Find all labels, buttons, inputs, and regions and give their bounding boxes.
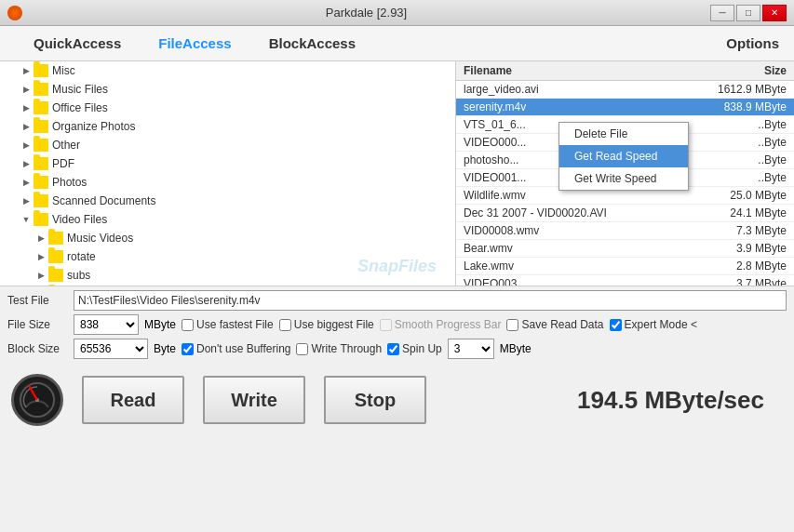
table-row[interactable]: large_video.avi 1612.9 MByte xyxy=(456,81,794,99)
write-through-label[interactable]: Write Through xyxy=(296,342,382,355)
expand-arrow-rotate[interactable]: ▶ xyxy=(34,249,48,264)
tree-item-scanned-documents[interactable]: ▶ Scanned Documents xyxy=(0,192,455,210)
tree-label-rotate: rotate xyxy=(67,250,96,263)
expand-arrow-music-videos[interactable]: ▶ xyxy=(34,231,48,246)
block-size-row: Block Size 65536 Byte Don't use Bufferin… xyxy=(7,339,787,359)
svg-point-2 xyxy=(35,398,39,402)
expert-mode-checkbox[interactable] xyxy=(610,319,622,331)
read-button[interactable]: Read xyxy=(82,376,184,424)
context-menu-get-read-speed[interactable]: Get Read Speed xyxy=(559,145,688,167)
col-size[interactable]: Size xyxy=(677,61,794,81)
expand-arrow-other[interactable]: ▶ xyxy=(19,138,34,153)
table-row[interactable]: Lake.wmv 2.8 MByte xyxy=(456,258,794,275)
test-file-input[interactable] xyxy=(74,290,787,311)
expand-arrow-office-files[interactable]: ▶ xyxy=(19,100,34,115)
tree-item-organize-photos[interactable]: ▶ Organize Photos xyxy=(0,117,455,136)
file-list-panel: Filename Size large_video.avi 1612.9 MBy… xyxy=(456,61,794,286)
file-size-cell: ..Byte xyxy=(677,134,794,152)
table-row[interactable]: Dec 31 2007 - VID00020.AVI 24.1 MByte xyxy=(456,205,794,222)
use-fastest-label[interactable]: Use fastest File xyxy=(182,318,274,331)
tree-item-music-files[interactable]: ▶ Music Files xyxy=(0,80,455,99)
folder-icon-office-files xyxy=(34,101,48,114)
context-menu-get-write-speed[interactable]: Get Write Speed xyxy=(559,167,688,190)
expand-arrow-music-files[interactable]: ▶ xyxy=(19,82,34,97)
use-biggest-label[interactable]: Use biggest File xyxy=(279,318,374,331)
close-button[interactable]: ✕ xyxy=(762,5,787,21)
save-read-data-checkbox[interactable] xyxy=(506,319,518,331)
tree-item-other[interactable]: ▶ Other xyxy=(0,136,455,154)
minimize-button[interactable]: ─ xyxy=(710,5,734,21)
file-name-cell: VID00008.wmv xyxy=(456,222,677,240)
tree-item-test[interactable]: ▶ Test xyxy=(0,285,455,286)
write-button[interactable]: Write xyxy=(203,376,305,424)
use-fastest-checkbox[interactable] xyxy=(182,319,194,331)
main-content: ▶ Misc ▶ Music Files ▶ Office Files ▶ Or… xyxy=(0,61,794,286)
expert-mode-label[interactable]: Expert Mode < xyxy=(610,318,697,331)
tree-item-video-files[interactable]: ▼ Video Files xyxy=(0,210,455,229)
write-through-checkbox[interactable] xyxy=(296,343,308,355)
stop-button[interactable]: Stop xyxy=(324,376,426,424)
maximize-button[interactable]: □ xyxy=(736,5,760,21)
table-row[interactable]: VIDEO003... 3.7 MByte xyxy=(456,275,794,286)
file-size-cell: ..Byte xyxy=(677,152,794,169)
tree-item-photos[interactable]: ▶ Photos xyxy=(0,173,455,192)
expand-arrow-video-files[interactable]: ▼ xyxy=(19,212,34,227)
block-size-select[interactable]: 65536 xyxy=(74,339,148,359)
no-buffering-checkbox[interactable] xyxy=(182,343,194,355)
nav-bar: QuickAccess FileAccess BlockAccess Optio… xyxy=(0,26,794,61)
file-size-select[interactable]: 838 xyxy=(74,314,139,335)
tree-label-music-files: Music Files xyxy=(52,83,108,96)
tree-item-music-videos[interactable]: ▶ Music Videos xyxy=(0,229,455,247)
expand-arrow-photos[interactable]: ▶ xyxy=(19,175,34,190)
expand-arrow-misc[interactable]: ▶ xyxy=(19,63,34,78)
file-tree-panel: ▶ Misc ▶ Music Files ▶ Office Files ▶ Or… xyxy=(0,61,456,286)
action-section: Read Write Stop 194.5 MByte/sec xyxy=(0,366,794,433)
test-file-row: Test File xyxy=(7,290,787,311)
tree-item-office-files[interactable]: ▶ Office Files xyxy=(0,99,455,117)
spin-value-select[interactable]: 3 xyxy=(448,339,494,359)
folder-icon-video-files xyxy=(34,213,48,226)
col-filename[interactable]: Filename xyxy=(456,61,677,81)
speedometer xyxy=(11,374,63,426)
watermark: SnapFiles xyxy=(357,257,437,276)
table-row[interactable]: Bear.wmv 3.9 MByte xyxy=(456,240,794,258)
tree-label-subs: subs xyxy=(67,269,90,282)
expand-arrow-pdf[interactable]: ▶ xyxy=(19,156,34,171)
folder-icon-misc xyxy=(34,64,48,77)
expand-arrow-scanned-docs[interactable]: ▶ xyxy=(19,193,34,208)
save-read-data-label[interactable]: Save Read Data xyxy=(506,318,603,331)
table-row[interactable]: VID00008.wmv 7.3 MByte xyxy=(456,222,794,240)
nav-blockaccess[interactable]: BlockAccess xyxy=(250,35,374,51)
tree-item-misc[interactable]: ▶ Misc xyxy=(0,61,455,80)
tree-label-misc: Misc xyxy=(52,64,75,77)
tree-label-music-videos: Music Videos xyxy=(67,232,133,245)
tree-item-pdf[interactable]: ▶ PDF xyxy=(0,154,455,173)
expand-arrow-organize-photos[interactable]: ▶ xyxy=(19,119,34,134)
use-biggest-checkbox[interactable] xyxy=(279,319,291,331)
file-size-unit: MByte xyxy=(144,318,176,331)
spin-up-label[interactable]: Spin Up xyxy=(387,342,442,355)
file-size-cell: 1612.9 MByte xyxy=(677,81,794,99)
tree-label-organize-photos: Organize Photos xyxy=(52,120,135,133)
nav-quickaccess[interactable]: QuickAccess xyxy=(15,35,140,51)
table-row[interactable]: serenity.m4v 838.9 MByte xyxy=(456,99,794,116)
file-name-cell: Lake.wmv xyxy=(456,258,677,275)
file-name-cell: large_video.avi xyxy=(456,81,677,99)
no-buffering-label[interactable]: Don't use Buffering xyxy=(182,342,290,355)
file-size-row: File Size 838 MByte Use fastest File Use… xyxy=(7,314,787,335)
file-name-cell: Dec 31 2007 - VID00020.AVI xyxy=(456,205,677,222)
context-menu-delete-file[interactable]: Delete File xyxy=(559,123,688,145)
file-name-cell: Bear.wmv xyxy=(456,240,677,258)
file-name-cell: VIDEO003... xyxy=(456,275,677,286)
folder-icon-music-videos xyxy=(48,232,63,245)
file-size-cell: ..Byte xyxy=(677,116,794,134)
file-size-cell: 3.9 MByte xyxy=(677,240,794,258)
folder-icon-organize-photos xyxy=(34,120,48,133)
nav-fileaccess[interactable]: FileAccess xyxy=(140,35,249,51)
nav-options[interactable]: Options xyxy=(726,35,779,51)
tree-label-office-files: Office Files xyxy=(52,101,108,114)
spin-up-checkbox[interactable] xyxy=(387,343,399,355)
block-size-label: Block Size xyxy=(7,342,68,355)
tree-label-photos: Photos xyxy=(52,176,87,189)
expand-arrow-subs[interactable]: ▶ xyxy=(34,268,48,283)
